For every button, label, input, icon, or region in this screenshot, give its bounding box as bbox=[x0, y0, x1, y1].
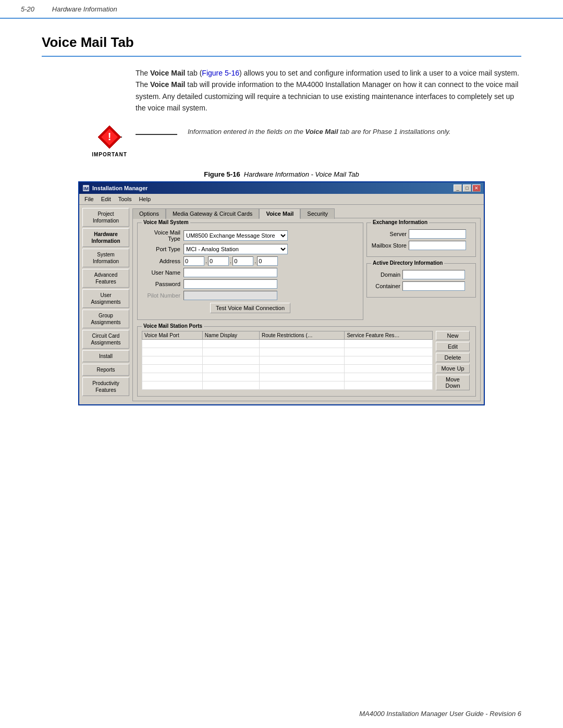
figure-num: Figure 5-16 bbox=[204, 170, 240, 178]
page-header: 5-20 Hardware Information bbox=[0, 0, 563, 19]
move-up-button[interactable]: Move Up bbox=[436, 364, 470, 373]
bold-voice-mail-1: Voice Mail bbox=[150, 69, 185, 77]
win-menubar: File Edit Tools Help bbox=[79, 194, 484, 205]
col-service-feature: Service Feature Res… bbox=[345, 331, 433, 339]
important-icon-container: ! IMPORTANT bbox=[94, 125, 125, 157]
win-titlebar: IM Installation Manager _ □ ✕ bbox=[79, 182, 484, 194]
test-btn-row: Test Voice Mail Connection bbox=[142, 303, 359, 313]
sidebar-item-project-information[interactable]: ProjectInformation bbox=[82, 208, 129, 227]
minimize-button[interactable]: _ bbox=[454, 184, 462, 192]
tab-security[interactable]: Security bbox=[300, 208, 335, 219]
sidebar-item-productivity-features[interactable]: ProductivityFeatures bbox=[82, 377, 129, 396]
address-input-3[interactable] bbox=[232, 256, 253, 266]
domain-row: Domain bbox=[371, 270, 471, 279]
page-number: 5-20 bbox=[21, 5, 34, 13]
username-label: User Name bbox=[142, 269, 183, 276]
station-ports-table: Voice Mail Port Name Display Route Restr… bbox=[142, 331, 433, 390]
titlebar-title-text: Installation Manager bbox=[92, 185, 148, 191]
maximize-button[interactable]: □ bbox=[463, 184, 471, 192]
container-input[interactable] bbox=[402, 281, 465, 291]
important-line bbox=[136, 134, 177, 135]
server-input[interactable] bbox=[409, 229, 466, 239]
tab-voice-mail-content: Voice Mail System Voice Mail Type UM8500… bbox=[132, 218, 481, 401]
port-type-select[interactable]: MCI - Analog Station bbox=[183, 244, 288, 254]
titlebar-icon: IM bbox=[82, 184, 90, 192]
sidebar-item-group-assignments[interactable]: GroupAssignments bbox=[82, 310, 129, 328]
username-row: User Name bbox=[142, 268, 359, 277]
mailbox-store-input[interactable] bbox=[409, 241, 466, 250]
main-content: Voice Mail Tab The Voice Mail tab (Figur… bbox=[0, 19, 563, 426]
page-footer: MA4000 Installation Manager User Guide -… bbox=[359, 710, 521, 718]
sidebar-item-advanced-features[interactable]: AdvancedFeatures bbox=[82, 269, 129, 288]
voice-mail-type-select[interactable]: UM8500 Exchange Message Store bbox=[183, 230, 288, 241]
password-input[interactable] bbox=[183, 279, 277, 289]
container-row: Container bbox=[371, 281, 471, 291]
menu-help[interactable]: Help bbox=[136, 195, 154, 203]
col-voice-mail-port: Voice Mail Port bbox=[142, 331, 203, 339]
tab-options[interactable]: Options bbox=[132, 208, 166, 219]
win-sidebar: ProjectInformation HardwareInformation S… bbox=[82, 208, 129, 401]
table-row bbox=[142, 356, 433, 364]
address-sep-3: . bbox=[254, 258, 256, 264]
sidebar-item-circuit-card-assignments[interactable]: Circuit CardAssignments bbox=[82, 330, 129, 349]
vm-type-label: Voice Mail Type bbox=[142, 229, 183, 242]
address-sep-2: . bbox=[230, 258, 231, 264]
menu-tools[interactable]: Tools bbox=[115, 195, 135, 203]
domain-input[interactable] bbox=[402, 270, 465, 279]
page: 5-20 Hardware Information Voice Mail Tab… bbox=[0, 0, 563, 728]
header-separator bbox=[39, 4, 48, 14]
test-voice-mail-button[interactable]: Test Voice Mail Connection bbox=[210, 303, 290, 313]
port-type-row: Port Type MCI - Analog Station bbox=[142, 244, 359, 254]
menu-file[interactable]: File bbox=[81, 195, 97, 203]
pilot-number-input[interactable] bbox=[183, 291, 277, 300]
active-directory-group: Active Directory Information Domain Cont… bbox=[366, 263, 476, 298]
titlebar-title: IM Installation Manager bbox=[82, 184, 148, 192]
win-tabs: Options Media Gateway & Circuit Cards Vo… bbox=[132, 208, 481, 218]
exchange-info-label: Exchange Information bbox=[371, 219, 429, 225]
station-ports-table-wrap: Voice Mail Port Name Display Route Restr… bbox=[142, 331, 433, 392]
menu-edit[interactable]: Edit bbox=[98, 195, 114, 203]
port-type-label: Port Type bbox=[142, 246, 183, 252]
pilot-number-label: Pilot Number bbox=[142, 292, 183, 299]
station-ports-body: Voice Mail Port Name Display Route Restr… bbox=[142, 331, 471, 392]
address-inputs: . . . bbox=[183, 256, 278, 266]
new-button[interactable]: New bbox=[436, 331, 470, 340]
address-label: Address bbox=[142, 258, 183, 264]
section-title: Voice Mail Tab bbox=[42, 34, 521, 57]
tab-media-gateway[interactable]: Media Gateway & Circuit Cards bbox=[166, 208, 259, 219]
container-label: Container bbox=[371, 283, 402, 289]
win-body: ProjectInformation HardwareInformation S… bbox=[79, 205, 484, 404]
pilot-number-row: Pilot Number bbox=[142, 291, 359, 300]
table-row bbox=[142, 339, 433, 348]
tab-voice-mail[interactable]: Voice Mail bbox=[259, 208, 300, 219]
groups-row: Voice Mail System Voice Mail Type UM8500… bbox=[137, 223, 476, 323]
svg-text:!: ! bbox=[108, 131, 112, 142]
address-input-4[interactable] bbox=[257, 256, 278, 266]
address-input-1[interactable] bbox=[183, 256, 204, 266]
station-ports-section: Voice Mail Station Ports Voice Mail Port… bbox=[137, 326, 476, 397]
username-input[interactable] bbox=[183, 268, 277, 277]
voice-mail-system-label: Voice Mail System bbox=[142, 219, 190, 225]
figure-link[interactable]: Figure 5-16 bbox=[202, 69, 239, 77]
server-row: Server bbox=[371, 229, 471, 239]
sidebar-item-system-information[interactable]: SystemInformation bbox=[82, 249, 129, 267]
important-text: Information entered in the fields on the… bbox=[188, 125, 450, 137]
sidebar-item-reports[interactable]: Reports bbox=[82, 364, 129, 376]
win-dialog: IM Installation Manager _ □ ✕ File Edit bbox=[78, 181, 485, 405]
close-button[interactable]: ✕ bbox=[472, 184, 481, 192]
col-name-display: Name Display bbox=[202, 331, 259, 339]
move-down-button[interactable]: Move Down bbox=[436, 375, 470, 390]
vm-type-row: Voice Mail Type UM8500 Exchange Message … bbox=[142, 229, 359, 242]
table-row bbox=[142, 348, 433, 356]
sidebar-item-hardware-information[interactable]: HardwareInformation bbox=[82, 228, 129, 247]
address-input-2[interactable] bbox=[208, 256, 229, 266]
password-label: Password bbox=[142, 281, 183, 287]
titlebar-buttons: _ □ ✕ bbox=[454, 184, 481, 192]
mailbox-store-label: Mailbox Store bbox=[371, 242, 409, 249]
edit-button[interactable]: Edit bbox=[436, 342, 470, 351]
sidebar-item-install[interactable]: Install bbox=[82, 350, 129, 362]
mailbox-store-row: Mailbox Store bbox=[371, 241, 471, 250]
sidebar-item-user-assignments[interactable]: UserAssignments bbox=[82, 289, 129, 308]
server-label: Server bbox=[371, 231, 409, 237]
delete-button[interactable]: Delete bbox=[436, 353, 470, 362]
